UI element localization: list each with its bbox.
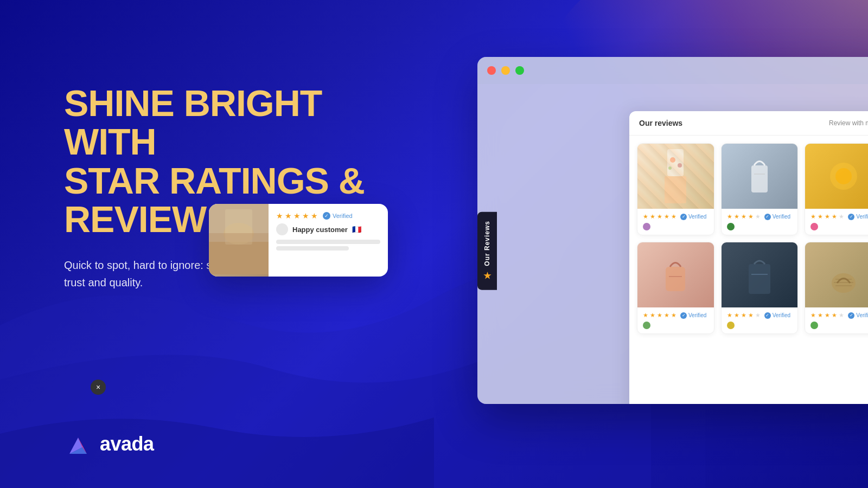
review-card-2-body: ★ ★ ★ ★ ★ ✓ Verified (722, 209, 798, 235)
tab-star-icon: ★ (482, 271, 493, 281)
review-card-5-body: ★ ★ ★ ★ ★ ✓ Verified (722, 307, 798, 333)
color-dot-1[interactable] (643, 223, 650, 230)
headline-line2: STAR RATINGS & (64, 160, 365, 201)
avada-brand-name: avada (100, 433, 154, 455)
popup-review-text-lines (276, 240, 380, 251)
popup-star-3: ★ (293, 211, 301, 220)
svg-rect-10 (754, 174, 765, 175)
avada-icon (64, 430, 92, 458)
vertical-reviews-tab[interactable]: ★ Our Reviews (477, 212, 497, 290)
review-card-2-image (722, 144, 798, 209)
review-card-3-body: ★ ★ ★ ★ ★ ✓ Verified (805, 209, 868, 235)
popup-star-5: ★ (311, 211, 318, 220)
popup-customer-row: Happy customer 🇫🇷 (276, 223, 380, 235)
color-dot-4[interactable] (643, 322, 650, 329)
verified-badge-6: ✓ Verified (848, 312, 868, 319)
color-dot-6[interactable] (810, 322, 818, 329)
reviews-panel-title: Our reviews (639, 119, 682, 127)
review-card-4-stars: ★ ★ ★ ★ ★ ✓ Verified (643, 312, 709, 319)
popup-body: ★ ★ ★ ★ ★ ✓ Verified Happy customer 🇫🇷 (269, 204, 388, 277)
verified-badge-4: ✓ Verified (680, 312, 706, 319)
review-card-3-image (805, 144, 868, 209)
svg-rect-4 (667, 149, 684, 176)
review-card-5-stars: ★ ★ ★ ★ ★ ✓ Verified (727, 312, 793, 319)
review-card-6[interactable]: ★ ★ ★ ★ ★ ✓ Verified (805, 242, 868, 334)
reviews-panel: Our reviews Review with me... (629, 111, 868, 404)
browser-content: ★ Our Reviews Our reviews Review with me… (477, 84, 868, 404)
reviews-panel-action[interactable]: Review with me... (829, 119, 868, 127)
browser-window: ★ Our Reviews Our reviews Review with me… (477, 57, 868, 404)
avada-logo: avada (64, 430, 154, 458)
popup-text-line-1 (276, 240, 380, 244)
review-card-1[interactable]: ★ ★ ★ ★ ★ ✓ Verified (637, 143, 714, 235)
verified-check-icon-1: ✓ (680, 214, 687, 220)
verified-text-1: Verified (688, 214, 706, 220)
review-card-6-stars: ★ ★ ★ ★ ★ ✓ Verified (810, 312, 868, 319)
svg-rect-22 (209, 242, 269, 274)
review-card-3-stars: ★ ★ ★ ★ ★ ✓ Verified (810, 213, 868, 220)
svg-point-12 (835, 168, 852, 184)
popup-star-4: ★ (302, 211, 309, 220)
popup-verified-badge: ✓ Verified (323, 212, 353, 220)
svg-rect-15 (749, 264, 770, 294)
svg-point-7 (678, 163, 682, 168)
star-5: ★ (671, 213, 676, 220)
popup-customer-name: Happy customer (292, 226, 348, 234)
review-card-4-body: ★ ★ ★ ★ ★ ✓ Verified (637, 307, 714, 333)
review-card-3[interactable]: ★ ★ ★ ★ ★ ✓ Verified (805, 143, 868, 235)
svg-rect-14 (669, 276, 682, 277)
browser-close-btn[interactable] (487, 66, 496, 75)
review-card-1-body: ★ ★ ★ ★ ★ ✓ Verified (637, 209, 714, 235)
review-card-2[interactable]: ★ ★ ★ ★ ★ ✓ Verified (721, 143, 799, 235)
browser-maximize-btn[interactable] (515, 66, 524, 75)
svg-rect-24 (225, 209, 252, 245)
svg-rect-9 (751, 165, 768, 192)
svg-rect-5 (665, 176, 686, 203)
svg-point-8 (668, 166, 672, 170)
verified-badge-5: ✓ Verified (764, 312, 790, 319)
popup-flag: 🇫🇷 (352, 225, 361, 234)
review-card-5[interactable]: ★ ★ ★ ★ ★ ✓ Verified (721, 242, 799, 334)
review-card-1-image (637, 144, 714, 209)
review-card-6-body: ★ ★ ★ ★ ★ ✓ Verified (805, 307, 868, 333)
svg-point-17 (832, 273, 856, 293)
popup-star-2: ★ (285, 211, 292, 220)
popup-avatar (276, 223, 288, 235)
verified-badge-3: ✓ Verified (848, 214, 868, 220)
star-2: ★ (650, 213, 655, 220)
vertical-tab-label: Our Reviews (483, 221, 491, 266)
review-card-1-stars: ★ ★ ★ ★ ★ ✓ Verified (643, 213, 709, 220)
popup-verified-check-icon: ✓ (323, 212, 330, 220)
popup-stars-row: ★ ★ ★ ★ ★ ✓ Verified (276, 211, 380, 220)
review-card-2-stars: ★ ★ ★ ★ ★ ✓ Verified (727, 213, 793, 220)
verified-badge-1: ✓ Verified (680, 214, 706, 220)
review-card-4-image (637, 242, 714, 307)
color-dot-2[interactable] (727, 223, 735, 230)
svg-point-6 (670, 157, 675, 163)
browser-titlebar (477, 57, 868, 84)
popup-verified-text: Verified (333, 213, 353, 219)
browser-minimize-btn[interactable] (501, 66, 510, 75)
reviews-panel-header: Our reviews Review with me... (629, 111, 868, 136)
color-dot-5[interactable] (727, 322, 735, 329)
review-card-6-image (805, 242, 868, 307)
star-1: ★ (643, 213, 648, 220)
verified-badge-2: ✓ Verified (764, 214, 790, 220)
svg-rect-16 (751, 274, 768, 275)
star-3: ★ (657, 213, 662, 220)
svg-rect-13 (666, 267, 685, 291)
popup-product-image (209, 204, 269, 277)
review-card-5-image (722, 242, 798, 307)
star-4: ★ (664, 213, 669, 220)
popup-close-button[interactable]: × (91, 380, 106, 395)
popup-star-1: ★ (276, 211, 283, 220)
color-dot-3[interactable] (810, 223, 818, 230)
popup-text-line-2 (276, 246, 349, 251)
review-card-4[interactable]: ★ ★ ★ ★ ★ ✓ Verified (637, 242, 714, 334)
review-grid: ★ ★ ★ ★ ★ ✓ Verified (629, 136, 868, 342)
headline-line1: SHINE BRIGHT WITH (64, 82, 322, 162)
review-popup: ★ ★ ★ ★ ★ ✓ Verified Happy customer 🇫🇷 (209, 204, 388, 277)
